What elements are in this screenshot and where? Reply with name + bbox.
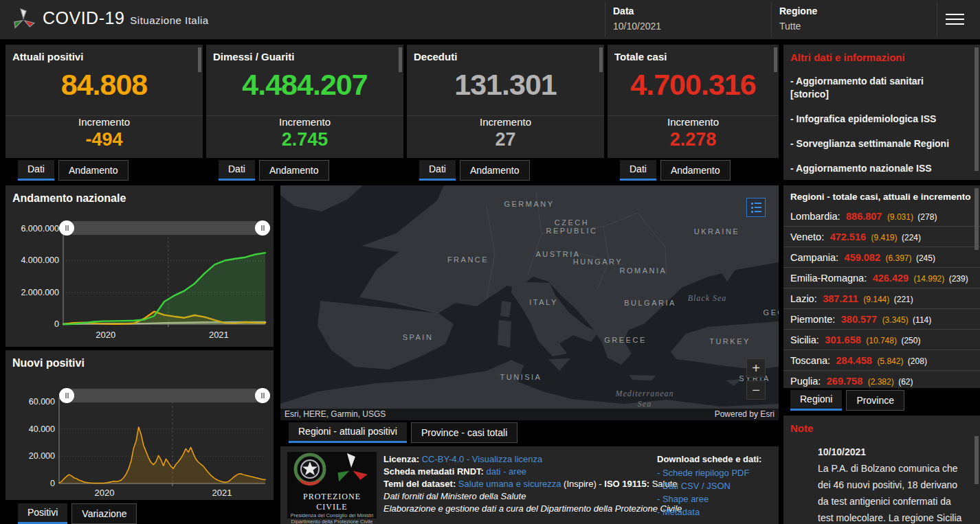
slider-handle-right[interactable] xyxy=(255,220,270,236)
download-link[interactable]: - Shape aree xyxy=(657,493,761,505)
slider-handle-left[interactable] xyxy=(59,220,74,236)
protezione-civile-name: PROTEZIONE CIVILE xyxy=(287,492,377,512)
aree-link[interactable]: aree xyxy=(509,466,526,477)
time-range-slider[interactable] xyxy=(66,389,263,402)
dati-link[interactable]: dati xyxy=(487,466,501,477)
regions-panel-tab[interactable]: Regioni xyxy=(790,390,842,411)
region-selector[interactable]: Regione Tutte xyxy=(779,5,817,32)
map-tabs: Regioni - attuali positiviProvince - cas… xyxy=(289,422,522,443)
map-country-label: TURKEY xyxy=(709,337,750,345)
europe-map[interactable]: GERMANYCZECH REPUBLICUKRAINEFRANCEAUSTRI… xyxy=(280,185,779,420)
scrollbar-thumb[interactable] xyxy=(774,47,777,72)
nuovi-positivi-tab[interactable]: Positivi xyxy=(18,503,67,524)
region-name: Lombardia: xyxy=(790,211,840,222)
map-country-label: TUNISIA xyxy=(500,373,542,381)
map-zoom-out-button[interactable]: − xyxy=(746,380,766,400)
region-current-positives: (9.031) xyxy=(887,212,913,222)
note-title: Note xyxy=(783,415,980,434)
region-increment: (239) xyxy=(949,274,968,284)
covid-dashboard: COVID-19Situazione Italia Data 10/10/202… xyxy=(0,0,980,524)
stat-card-tab[interactable]: Andamento xyxy=(259,160,329,181)
stat-card-value: 4.484.207 xyxy=(206,68,403,102)
regions-panel-tab[interactable]: Province xyxy=(846,390,904,411)
altri-dati-link[interactable]: - Infografica epidemiologica ISS xyxy=(783,113,980,126)
region-row[interactable]: Sicilia: 301.658 (10.748) (250) xyxy=(783,329,980,350)
divider xyxy=(608,115,779,116)
nuovi-positivi-tab[interactable]: Variazione xyxy=(71,503,137,524)
map-attribution: Esri, HERE, Garmin, USGS Powered by Esri xyxy=(280,409,779,420)
scrollbar-thumb[interactable] xyxy=(975,47,979,171)
nuovi-positivi-title: Nuovi positivi xyxy=(5,350,274,369)
view-license-link[interactable]: Visualizza licenza xyxy=(472,454,542,464)
download-link[interactable]: - Schede riepilogo PDF xyxy=(657,467,761,479)
stat-card-tab[interactable]: Andamento xyxy=(58,160,129,181)
region-increment: (221) xyxy=(894,295,913,304)
dati-forniti-line: Dati forniti dal Ministero della Salute xyxy=(383,490,682,503)
stat-card-tab[interactable]: Dati xyxy=(620,160,656,181)
map-layer-tab[interactable]: Province - casi totali xyxy=(411,422,517,443)
region-row[interactable]: Piemonte: 380.577 (3.345) (114) xyxy=(783,308,980,329)
slider-range[interactable] xyxy=(73,221,256,235)
salute-link[interactable]: Salute umana e sicurezza xyxy=(458,479,561,489)
region-name: Veneto: xyxy=(790,231,824,242)
stat-card-tab[interactable]: Dati xyxy=(419,160,456,181)
altri-dati-link[interactable]: - Aggiornamento nazionale ISS xyxy=(783,162,980,175)
scrollbar-thumb[interactable] xyxy=(399,47,402,72)
region-row[interactable]: Veneto: 472.516 (9.419) (224) xyxy=(783,226,980,247)
region-total-cases: 380.577 xyxy=(841,314,877,325)
note-date: 10/10/2021 xyxy=(818,444,962,460)
andamento-nazionale-panel: Andamento nazionale 6.000.0004.000.0002.… xyxy=(5,185,274,347)
region-value: Tutte xyxy=(779,21,817,32)
increment-label: Incremento xyxy=(5,116,203,128)
region-row[interactable]: Toscana: 284.458 (5.842) (208) xyxy=(783,350,980,370)
altri-dati-link[interactable]: - Sorveglianza settimanale Regioni xyxy=(783,137,980,150)
date-selector[interactable]: Data 10/10/2021 xyxy=(613,5,661,32)
stat-card: Deceduti 131.301 Incremento 27 xyxy=(407,45,604,158)
download-link[interactable]: - Metadata xyxy=(657,506,761,518)
altri-dati-link[interactable]: - Aggiornamento dati sanitari [storico] xyxy=(783,75,980,101)
time-range-slider[interactable] xyxy=(66,221,263,235)
stat-card-tab[interactable]: Dati xyxy=(219,160,255,181)
slider-handle-left[interactable] xyxy=(59,388,74,403)
increment-label: Incremento xyxy=(608,116,779,128)
stat-card-tab[interactable]: Dati xyxy=(18,160,54,181)
license-link[interactable]: CC-BY-4.0 xyxy=(422,454,465,464)
scrollbar-thumb[interactable] xyxy=(975,188,979,250)
region-current-positives: (2.382) xyxy=(868,377,894,387)
stat-card: Attuali positivi 84.808 Incremento -494 xyxy=(5,45,203,158)
scrollbar-thumb[interactable] xyxy=(198,47,201,72)
region-label: Regione xyxy=(779,5,817,16)
stat-card-tab[interactable]: Andamento xyxy=(460,160,530,181)
svg-text:2021: 2021 xyxy=(212,488,232,498)
scrollbar-thumb[interactable] xyxy=(599,47,603,72)
region-current-positives: (9.419) xyxy=(871,233,898,242)
region-name: Emilia-Romagna: xyxy=(790,273,867,284)
region-row[interactable]: Campania: 459.082 (6.397) (245) xyxy=(783,247,980,267)
slider-range[interactable] xyxy=(73,389,256,402)
menu-hamburger-icon[interactable] xyxy=(946,14,964,25)
region-total-cases: 472.516 xyxy=(830,231,866,242)
stat-card-value: 4.700.316 xyxy=(608,68,779,102)
slider-handle-right[interactable] xyxy=(255,388,270,403)
download-link[interactable]: - Dati CSV / JSON xyxy=(657,480,761,492)
region-name: Piemonte: xyxy=(790,314,835,325)
stat-card-tab[interactable]: Andamento xyxy=(660,160,731,181)
note-body: 10/10/2021 La P.A. di Bolzano comunica c… xyxy=(818,444,962,524)
map-legend-button[interactable] xyxy=(746,198,766,217)
region-row[interactable]: Emilia-Romagna: 426.429 (14.992) (239) xyxy=(783,267,980,288)
stat-card-title: Totale casi xyxy=(608,45,779,62)
svg-text:2021: 2021 xyxy=(209,330,229,340)
region-row[interactable]: Puglia: 269.758 (2.382) (62) xyxy=(783,370,980,388)
region-increment: (114) xyxy=(913,315,931,325)
map-layer-tab[interactable]: Regioni - attuali positivi xyxy=(289,422,407,443)
powered-by-esri[interactable]: Powered by Esri xyxy=(715,409,775,420)
stat-card-tabs: DatiAndamento xyxy=(18,160,133,181)
header-divider xyxy=(937,2,937,37)
scrollbar-thumb[interactable] xyxy=(975,436,979,484)
region-row[interactable]: Lombardia: 886.807 (9.031) (278) xyxy=(783,206,980,226)
map-sea-label: Black Sea xyxy=(688,293,727,304)
region-row[interactable]: Lazio: 387.211 (9.144) (221) xyxy=(783,288,980,308)
andamento-chart[interactable]: 6.000.0004.000.0002.000.000020202021 xyxy=(5,224,274,347)
nuovi-positivi-chart[interactable]: 60.00040.00020.000020202021 xyxy=(5,391,274,500)
map-zoom-in-button[interactable]: + xyxy=(746,358,766,378)
